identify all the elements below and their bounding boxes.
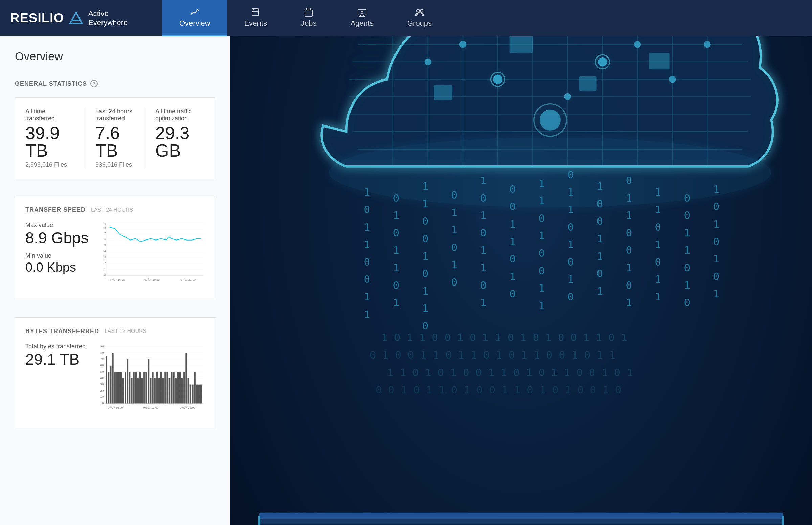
tab-jobs[interactable]: Jobs — [284, 0, 333, 36]
agents-icon — [357, 7, 367, 17]
bytes-transferred-svg: Size, GB 0 10 20 30 40 50 — [94, 343, 205, 416]
svg-rect-66 — [110, 365, 112, 403]
svg-point-139 — [634, 41, 641, 48]
svg-text:1: 1 — [684, 227, 691, 239]
svg-text:0: 0 — [422, 267, 428, 280]
svg-text:1: 1 — [480, 261, 487, 274]
svg-rect-91 — [162, 378, 164, 404]
svg-rect-71 — [120, 372, 122, 403]
svg-text:1: 1 — [451, 224, 458, 236]
logo-text: RESILIO — [10, 11, 64, 25]
svg-rect-94 — [169, 378, 170, 404]
help-icon[interactable]: ? — [90, 80, 98, 87]
svg-text:0: 0 — [655, 256, 661, 268]
svg-text:1: 1 — [510, 236, 516, 247]
general-stats-section: All time transferred 39.9 TB 2,998,016 F… — [15, 97, 215, 179]
svg-text:07/07 22:00: 07/07 22:00 — [180, 278, 196, 282]
svg-text:0: 0 — [364, 273, 371, 285]
svg-text:1: 1 — [422, 285, 428, 297]
svg-text:30: 30 — [101, 382, 104, 386]
svg-text:0: 0 — [539, 247, 545, 259]
svg-rect-68 — [114, 372, 116, 403]
svg-text:0: 0 — [626, 279, 632, 291]
svg-text:0 1 0 0 1 1 0 1 1 0 1 0 1 1 0 : 0 1 0 0 1 1 0 1 1 0 1 0 1 1 0 0 1 0 1 1 — [370, 349, 616, 361]
svg-point-137 — [564, 93, 571, 101]
overview-icon — [190, 7, 200, 17]
svg-rect-80 — [139, 372, 141, 403]
svg-text:1: 1 — [480, 244, 487, 256]
stat-traffic-optimization: All time traffic optimization 29.3 GB — [145, 108, 205, 168]
svg-text:1: 1 — [568, 273, 574, 285]
server-rack-illustration — [259, 513, 783, 525]
svg-point-14 — [417, 10, 420, 12]
svg-rect-98 — [177, 372, 179, 403]
svg-rect-76 — [131, 378, 133, 404]
svg-text:0: 0 — [684, 209, 691, 221]
svg-text:0: 0 — [713, 236, 720, 247]
transfer-speed-chart-row: Max value 8.9 Gbps Min value 0.0 Kbps AV… — [25, 222, 205, 290]
svg-rect-88 — [156, 372, 158, 403]
svg-text:0: 0 — [102, 402, 104, 405]
svg-text:1: 1 — [422, 250, 428, 262]
svg-rect-86 — [152, 372, 154, 403]
tab-groups[interactable]: Groups — [390, 0, 449, 36]
transfer-speed-chart: AVG Speed, Gbps 0 1 2 3 4 — [97, 222, 205, 290]
svg-text:1: 1 — [655, 273, 661, 285]
svg-rect-84 — [148, 359, 150, 403]
stat-last-24h-transferred: Last 24 hours transferred 7.6 TB 936,016… — [85, 108, 145, 168]
tab-overview[interactable]: Overview — [162, 0, 227, 36]
svg-rect-74 — [126, 359, 128, 403]
tab-agents[interactable]: Agents — [333, 0, 390, 36]
svg-rect-87 — [154, 378, 156, 404]
svg-text:1: 1 — [364, 290, 371, 303]
svg-text:0: 0 — [539, 265, 545, 277]
svg-text:0: 0 — [510, 287, 516, 300]
svg-text:1: 1 — [451, 206, 458, 219]
svg-text:1: 1 — [568, 238, 574, 250]
svg-text:1: 1 — [510, 218, 516, 230]
page-title: Overview — [15, 50, 215, 63]
svg-marker-0 — [70, 12, 82, 24]
svg-text:1 1 0 1 0 1 0 0 1 1 0 1 0 1 1 : 1 1 0 1 0 1 0 0 1 1 0 1 0 1 1 0 0 1 0 1 — [387, 366, 633, 378]
svg-text:4: 4 — [104, 249, 106, 253]
svg-text:1: 1 — [393, 261, 400, 274]
svg-rect-107 — [196, 384, 198, 403]
svg-rect-64 — [106, 356, 107, 403]
svg-text:0: 0 — [626, 227, 632, 239]
svg-text:70: 70 — [101, 357, 104, 361]
svg-rect-97 — [175, 378, 177, 404]
svg-text:50: 50 — [101, 370, 104, 373]
bytes-transferred-section: BYTES TRANSFERRED LAST 12 HOURS Total by… — [15, 317, 215, 428]
svg-text:07/07 19:00: 07/07 19:00 — [145, 278, 160, 282]
left-panel: Overview GENERAL STATISTICS ? All time t… — [0, 36, 230, 525]
svg-rect-70 — [118, 372, 120, 403]
svg-text:0: 0 — [510, 253, 516, 265]
svg-text:5: 5 — [104, 243, 106, 247]
logo-subtitle: Active Everywhere — [88, 9, 127, 27]
bytes-transferred-meta: Total bytes transferred 29.1 TB — [25, 343, 86, 374]
svg-text:07/07 16:00: 07/07 16:00 — [108, 406, 123, 409]
svg-text:0: 0 — [104, 274, 106, 277]
svg-text:0: 0 — [422, 232, 428, 244]
svg-text:0: 0 — [451, 241, 458, 253]
svg-text:1: 1 — [539, 229, 545, 241]
svg-point-15 — [420, 10, 423, 12]
svg-rect-79 — [137, 378, 139, 404]
right-panel: 101 100 11 010 110 1 110 010 110 011 010… — [230, 36, 812, 525]
svg-rect-99 — [179, 372, 181, 403]
svg-text:1: 1 — [597, 285, 603, 297]
tab-events[interactable]: Events — [227, 0, 284, 36]
nav-tabs: Overview Events Jobs — [162, 0, 449, 36]
stat-all-time-transferred: All time transferred 39.9 TB 2,998,016 F… — [25, 108, 85, 168]
groups-icon — [415, 7, 424, 17]
svg-text:1: 1 — [364, 238, 371, 250]
svg-text:0: 0 — [568, 256, 574, 268]
svg-text:0: 0 — [568, 290, 574, 303]
svg-text:1: 1 — [480, 296, 487, 309]
svg-text:90: 90 — [101, 345, 104, 348]
svg-point-13 — [361, 11, 363, 13]
svg-rect-147 — [579, 76, 597, 91]
svg-text:80: 80 — [101, 351, 104, 354]
svg-point-135 — [493, 75, 502, 84]
svg-rect-72 — [122, 378, 124, 404]
